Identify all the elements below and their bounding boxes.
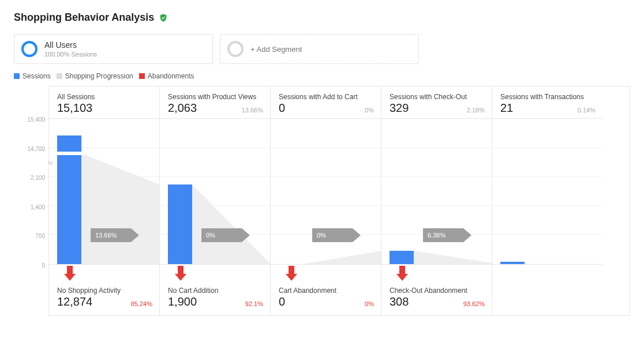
stage-pct: 2.18% xyxy=(467,107,485,114)
progression-pct: 13.66% xyxy=(95,232,117,239)
abandon-arrow-icon xyxy=(381,265,492,282)
stage-pct: 13.66% xyxy=(242,107,263,114)
segment-subtitle: 100.00% Sessions xyxy=(44,51,97,58)
abandon-pct: 85.24% xyxy=(131,300,152,307)
stage-pct: 0% xyxy=(365,107,374,114)
add-segment-label: + Add Segment xyxy=(250,45,302,54)
stage-label: Sessions with Product Views xyxy=(168,93,263,101)
axis-tick: 14,700 xyxy=(16,145,45,152)
svg-marker-2 xyxy=(64,274,76,281)
segment-circle-icon xyxy=(21,41,38,57)
stage-label: Sessions with Add to Cart xyxy=(279,93,374,101)
stage-all-sessions[interactable]: All Sessions 15,103 xyxy=(48,86,159,315)
abandon-value: 308 xyxy=(390,296,409,307)
abandon-label: No Cart Addition xyxy=(168,287,263,295)
svg-marker-6 xyxy=(303,251,381,264)
svg-marker-3 xyxy=(192,184,271,264)
legend: Sessions Shopping Progression Abandonmen… xyxy=(14,72,630,80)
axis-tick: 1,400 xyxy=(16,204,45,210)
abandon-pct: 0% xyxy=(365,300,374,307)
add-segment-circle-icon xyxy=(227,41,244,57)
legend-sessions: Sessions xyxy=(23,72,51,80)
abandon-pct: 92.1% xyxy=(245,300,263,307)
y-axis: 15,400 14,700 ≈ 2,100 1,400 700 0 xyxy=(14,119,48,265)
stage-label: Sessions with Transactions xyxy=(500,93,596,101)
stage-value: 329 xyxy=(390,102,409,114)
segment-name: All Users xyxy=(44,40,97,50)
abandon-value: 12,874 xyxy=(57,296,92,307)
abandon-arrow-icon xyxy=(49,265,159,282)
progression-arrow: 6.38% xyxy=(423,228,471,242)
sessions-bar xyxy=(390,251,414,264)
abandon-label: Check-Out Abandonment xyxy=(390,287,485,295)
page-title: Shopping Behavior Analysis xyxy=(14,12,154,24)
progression-pct: 0% xyxy=(206,232,215,239)
progression-pct: 0% xyxy=(317,232,326,239)
stage-transactions[interactable]: Sessions with Transactions 21 0.14% xyxy=(492,86,602,315)
abandon-arrow-icon xyxy=(271,265,381,282)
axis-tick: 700 xyxy=(16,233,45,239)
svg-marker-0 xyxy=(81,135,160,264)
axis-tick: 0 xyxy=(16,262,45,269)
svg-rect-7 xyxy=(289,266,294,274)
stage-value: 21 xyxy=(500,102,513,114)
stage-product-views[interactable]: Sessions with Product Views 2,063 13.66% xyxy=(159,86,270,315)
progression-arrow: 13.66% xyxy=(91,228,139,242)
legend-abandonments: Abandonments xyxy=(148,72,194,80)
svg-rect-1 xyxy=(67,266,73,274)
add-segment-button[interactable]: + Add Segment xyxy=(220,34,419,64)
abandon-arrow-icon xyxy=(160,265,270,282)
axis-tick: 15,400 xyxy=(16,116,45,123)
svg-marker-8 xyxy=(286,274,297,281)
funnel-chart: All Sessions 15,103 xyxy=(48,86,630,316)
stage-value: 0 xyxy=(279,102,285,114)
stage-value: 2,063 xyxy=(168,102,197,114)
abandon-pct: 93.62% xyxy=(463,300,485,307)
abandon-label: Cart Abandonment xyxy=(279,287,374,295)
progression-pct: 6.38% xyxy=(428,232,445,239)
stage-add-to-cart[interactable]: Sessions with Add to Cart 0 0% xyxy=(270,86,381,315)
sessions-bar xyxy=(168,184,192,264)
stage-label: Sessions with Check-Out xyxy=(390,93,485,101)
stage-check-out[interactable]: Sessions with Check-Out 329 2.18% xyxy=(381,86,492,315)
abandon-value: 1,900 xyxy=(168,296,197,307)
abandon-label: No Shopping Activity xyxy=(57,287,152,295)
axis-break-icon: ≈ xyxy=(48,159,53,168)
sessions-bar xyxy=(57,135,81,264)
verified-shield-icon xyxy=(159,13,168,22)
progression-arrow: 0% xyxy=(201,228,250,242)
svg-marker-9 xyxy=(414,251,492,264)
stage-value: 15,103 xyxy=(57,102,92,114)
axis-tick: 2,100 xyxy=(16,175,45,181)
svg-marker-11 xyxy=(396,274,408,281)
stage-pct: 0.14% xyxy=(578,107,596,114)
svg-rect-10 xyxy=(399,266,405,274)
segment-card-all-users[interactable]: All Users 100.00% Sessions xyxy=(14,34,213,64)
abandon-value: 0 xyxy=(279,296,285,307)
stage-label: All Sessions xyxy=(57,93,152,101)
sessions-bar xyxy=(500,262,525,264)
svg-marker-5 xyxy=(175,274,186,281)
progression-arrow: 0% xyxy=(312,228,361,242)
svg-rect-4 xyxy=(178,266,184,274)
legend-progression: Shopping Progression xyxy=(65,72,133,80)
